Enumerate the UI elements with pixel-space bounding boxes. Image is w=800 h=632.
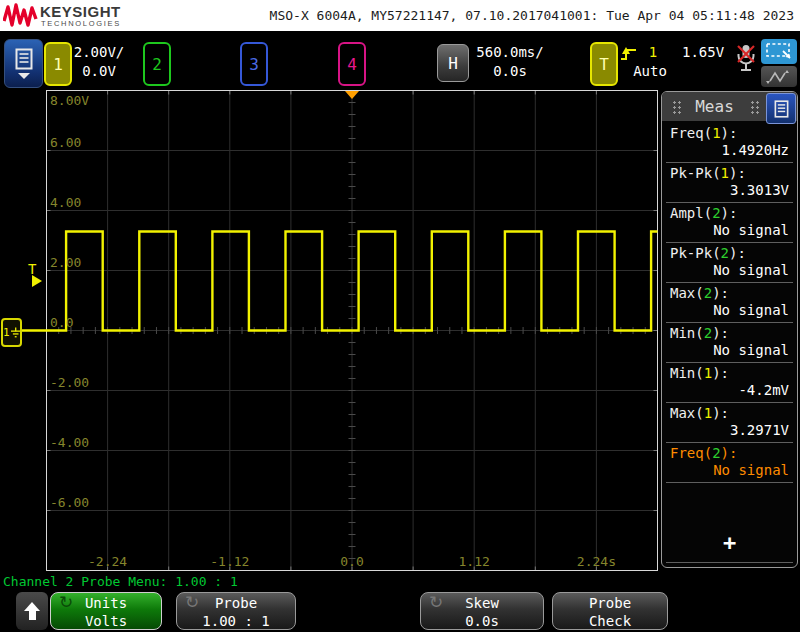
channel-1-offset: 0.0V [68,62,130,81]
meas-row[interactable]: Pk-Pk(2):No signal [666,243,793,283]
measurements-list: Freq(1):1.4920HzPk-Pk(1):3.3013VAmpl(2):… [662,123,797,483]
x-axis-label: 0.0 [340,554,363,569]
y-axis-label: -2.00 [50,375,89,390]
main-menu-button[interactable] [4,39,43,88]
horizontal-menu-button[interactable]: H [437,44,469,82]
skew-softkey[interactable]: ↻ Skew 0.0s [420,592,544,630]
y-axis-label: -4.00 [50,435,89,450]
menu-document-icon [774,100,789,118]
channel-1-waveform [16,232,658,331]
oscilloscope-screen: KEYSIGHT TECHNOLOGIES MSO-X 6004A, MY572… [0,0,800,632]
x-axis-label: -1.12 [210,554,249,569]
title-bar: KEYSIGHT TECHNOLOGIES MSO-X 6004A, MY572… [0,0,800,31]
meas-row[interactable]: Max(1):3.2971V [666,403,793,443]
rising-edge-icon [619,45,639,63]
y-axis-label: 8.00V [50,93,89,108]
channel-1-scale: 2.00V/ [68,43,130,62]
keysight-logo-icon [3,2,38,29]
trigger-source: 1 [644,44,662,60]
probe-menu-title: Channel 2 Probe Menu: 1.00 : 1 [3,574,238,589]
drag-handle-icon[interactable] [750,100,759,114]
meas-row[interactable]: Ampl(2):No signal [666,203,793,243]
probe-ratio-softkey[interactable]: ↻ Probe 1.00 : 1 [176,592,296,630]
menu-document-icon [15,48,33,70]
probe-check-softkey[interactable]: Probe Check [552,592,668,630]
controls-bar: 1 2 3 4 2.00V/ 0.0V H 560.0ms/ 0.0s T 1 … [0,31,800,90]
trigger-time-marker[interactable] [345,91,359,99]
brand-subtitle: TECHNOLOGIES [41,19,121,28]
measurements-panel: Meas Freq(1):1.4920HzPk-Pk(1):3.3013VAmp… [661,91,798,568]
meas-row[interactable]: Max(2):No signal [666,283,793,323]
softkey-value: 0.0s [421,612,543,630]
softkey-value: Check [553,612,667,630]
trigger-level-marker-icon[interactable] [32,275,42,287]
x-axis-label: 2.24s [577,554,616,569]
meas-row[interactable]: Freq(1):1.4920Hz [666,123,793,163]
y-axis-label: 0.0 [50,315,73,330]
cycle-icon: ↻ [59,593,73,611]
pan-mode-button[interactable] [761,66,797,87]
x-axis-label: 1.12 [459,554,490,569]
channel-1-ground-marker[interactable]: 1 [1,318,22,347]
menu-back-button[interactable] [16,592,48,630]
cycle-icon: ↻ [185,593,199,611]
microphone-muted-icon[interactable] [734,43,758,77]
system-status-text: MSO-X 6004A, MY57221147, 07.10.201704100… [228,8,794,23]
channel-4-button[interactable]: 4 [338,42,366,86]
y-axis-label: 4.00 [50,195,81,210]
rectangle-select-icon [765,42,793,61]
cycle-icon: ↻ [429,593,443,611]
channel-2-button[interactable]: 2 [143,42,171,86]
softkey-value: Volts [51,612,161,630]
zoom-select-button[interactable] [761,39,797,64]
timebase-delay: 0.0s [466,62,554,81]
horizontal-readout: 560.0ms/ 0.0s [466,43,554,81]
measurements-menu-button[interactable] [766,93,796,124]
y-axis-label: 2.00 [50,255,81,270]
chevron-down-icon [18,73,30,79]
brand-name: KEYSIGHT [40,3,121,20]
timebase-scale: 560.0ms/ [466,43,554,62]
arrow-up-icon [24,602,40,611]
meas-row[interactable]: Freq(2):No signal [666,443,793,483]
ground-marker-channel: 1 [3,326,10,339]
trigger-menu-button[interactable]: T [590,42,618,86]
trigger-mode: Auto [620,63,680,79]
channel-3-button[interactable]: 3 [240,42,268,86]
softkey-menu: Channel 2 Probe Menu: 1.00 : 1 ↻ Units V… [0,572,800,632]
channel-1-readout: 2.00V/ 0.0V [68,43,130,81]
add-measurement-button[interactable]: + [666,523,793,563]
ground-icon [11,327,20,339]
softkey-label: Probe [553,594,667,612]
waveform-drag-icon [765,69,793,85]
x-axis-label: -2.24 [88,554,127,569]
waveform-display: 8.00V6.004.002.000.0-2.00-4.00-6.00 -2.2… [0,90,660,572]
measurements-panel-header[interactable]: Meas [662,92,797,121]
meas-row[interactable]: Min(1):-4.2mV [666,363,793,403]
meas-row[interactable]: Pk-Pk(1):3.3013V [666,163,793,203]
softkey-value: 1.00 : 1 [177,612,295,630]
trigger-level: 1.65V [682,44,724,60]
y-axis-label: -6.00 [50,495,89,510]
units-softkey[interactable]: ↻ Units Volts [50,592,162,630]
y-axis-label: 6.00 [50,135,81,150]
meas-row[interactable]: Min(2):No signal [666,323,793,363]
